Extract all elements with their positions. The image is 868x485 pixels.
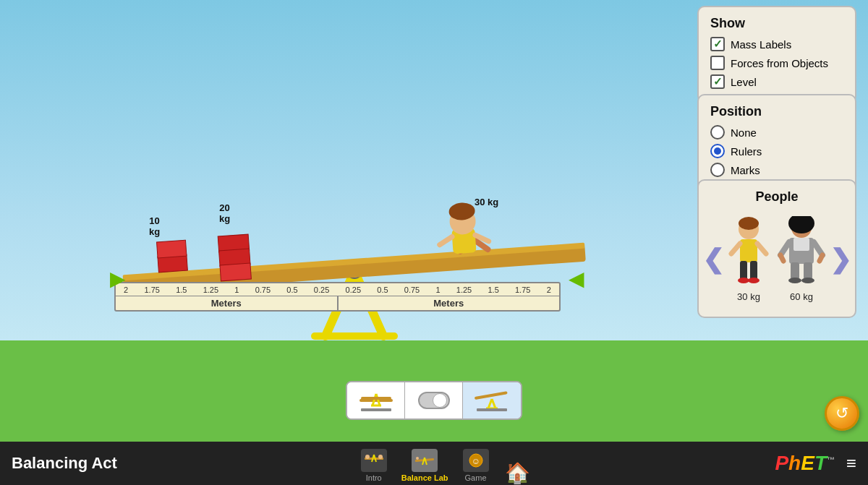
svg-rect-49 [477, 408, 507, 411]
rulers-radio-dot [714, 147, 721, 155]
position-panel: Position None Rulers Marks [697, 94, 856, 192]
game-tab-label: Game [465, 473, 487, 482]
marks-radio[interactable] [710, 163, 725, 177]
carousel-prev-button[interactable]: ❮ [702, 244, 724, 275]
ruler-right-125: 1.25 [456, 286, 472, 294]
svg-text:☺: ☺ [471, 456, 480, 466]
svg-rect-7 [157, 240, 187, 258]
none-label: None [731, 126, 757, 139]
people-carousel: ❮ [710, 210, 843, 308]
ruler-right-025: 0.25 [346, 286, 361, 294]
forces-label: Forces from Objects [731, 57, 828, 69]
svg-rect-30 [793, 238, 809, 251]
mass-labels-label: Mass Labels [731, 38, 791, 51]
show-panel-title: Show [710, 16, 843, 31]
ruler-right-175: 1.75 [515, 286, 530, 294]
svg-point-54 [378, 455, 383, 459]
svg-point-19 [739, 217, 759, 230]
rulers-label: Rulers [731, 145, 762, 158]
ruler-left-05: 0.5 [286, 286, 297, 294]
left-balance-arrow: ▶ [110, 267, 126, 291]
svg-line-37 [780, 255, 783, 261]
intro-tab-label: Intro [366, 473, 382, 482]
svg-point-58 [416, 457, 419, 460]
svg-point-23 [738, 278, 749, 283]
level-option[interactable]: ✓ Level [710, 74, 843, 89]
level-checkbox[interactable]: ✓ [710, 74, 725, 89]
reset-icon: ↺ [835, 404, 848, 423]
ruler-left-025: 0.25 [314, 286, 329, 294]
mode-seesaw-icon [474, 388, 510, 413]
mass-labels-checkbox[interactable]: ✓ [710, 37, 725, 51]
show-panel: Show ✓ Mass Labels Forces from Objects ✓… [697, 6, 856, 103]
mass-label-10kg: 10kg [149, 215, 160, 237]
mode-balance-button[interactable] [347, 382, 405, 419]
balance-lab-tab-icon [412, 449, 438, 472]
people-figures: 30 kg [727, 210, 827, 308]
svg-rect-44 [361, 397, 391, 400]
tab-intro[interactable]: Intro [354, 442, 394, 485]
tab-game[interactable]: ☺ Game [456, 442, 496, 485]
svg-rect-10 [220, 263, 251, 281]
phet-tm: ™ [827, 455, 835, 464]
home-button[interactable]: 🏠 [496, 442, 539, 485]
person-60kg-label: 60 kg [790, 291, 813, 302]
ruler-left-175: 1.75 [144, 286, 159, 294]
svg-rect-21 [740, 261, 747, 280]
people-panel: People ❮ [697, 179, 856, 318]
mode-seesaw-button[interactable] [463, 382, 521, 419]
svg-point-34 [801, 278, 814, 283]
svg-point-53 [365, 455, 370, 459]
forces-checkbox[interactable] [710, 56, 725, 70]
position-marks-option[interactable]: Marks [710, 163, 843, 177]
svg-rect-20 [740, 239, 757, 262]
svg-rect-32 [804, 262, 812, 280]
phet-text: PhET™ [775, 452, 835, 475]
rulers-radio[interactable] [710, 144, 725, 158]
svg-line-47 [492, 399, 495, 408]
main-scene: 10kg 20kg 30 kg 2 1.75 1.5 1.25 1 0.75 0… [0, 0, 868, 485]
ruler-right-15: 1.5 [488, 286, 498, 294]
level-label: Level [731, 76, 757, 88]
person-60kg[interactable]: 60 kg [776, 216, 827, 302]
person-30kg-label: 30 kg [737, 291, 760, 302]
svg-rect-45 [475, 391, 508, 400]
svg-line-26 [757, 244, 766, 254]
home-icon: 🏠 [505, 461, 530, 485]
svg-point-33 [788, 278, 801, 283]
mass-labels-check: ✓ [713, 38, 723, 51]
ruler-left-075: 0.75 [255, 286, 271, 294]
svg-line-57 [425, 458, 427, 465]
hamburger-menu-icon[interactable]: ≡ [846, 453, 856, 473]
marks-label: Marks [731, 164, 760, 176]
none-radio[interactable] [710, 125, 725, 140]
ruler-right-unit: Meters [339, 296, 560, 310]
ruler-left-15: 1.5 [176, 286, 187, 294]
person-30kg[interactable]: 30 kg [727, 216, 770, 302]
svg-rect-31 [791, 262, 799, 280]
carousel-next-button[interactable]: ❯ [830, 244, 851, 275]
app-title: Balancing Act [12, 454, 117, 473]
mode-toggle-button[interactable] [405, 382, 463, 419]
mode-balance-icon [358, 388, 394, 413]
mass-labels-option[interactable]: ✓ Mass Labels [710, 37, 843, 51]
forces-from-objects-option[interactable]: Forces from Objects [710, 56, 843, 70]
ruler-right-05: 0.5 [377, 286, 388, 294]
position-rulers-option[interactable]: Rulers [710, 144, 843, 158]
svg-rect-43 [361, 408, 391, 411]
tab-balance-lab[interactable]: Balance Lab [394, 442, 456, 485]
svg-point-24 [748, 278, 760, 283]
people-panel-title: People [710, 189, 843, 205]
person-30kg-figure [727, 216, 770, 288]
right-balance-arrow: ◀ [569, 267, 590, 291]
svg-line-25 [731, 244, 740, 254]
reset-button[interactable]: ↺ [825, 396, 859, 431]
position-none-option[interactable]: None [710, 125, 843, 140]
phet-logo: PhET™ ≡ [775, 452, 856, 475]
svg-rect-22 [750, 261, 757, 280]
mode-buttons [346, 381, 522, 420]
balance-lab-tab-label: Balance Lab [401, 473, 448, 482]
nav-tabs: Intro Balance Lab [354, 442, 539, 485]
ruler-right-075: 0.75 [404, 286, 420, 294]
position-panel-title: Position [710, 104, 843, 119]
